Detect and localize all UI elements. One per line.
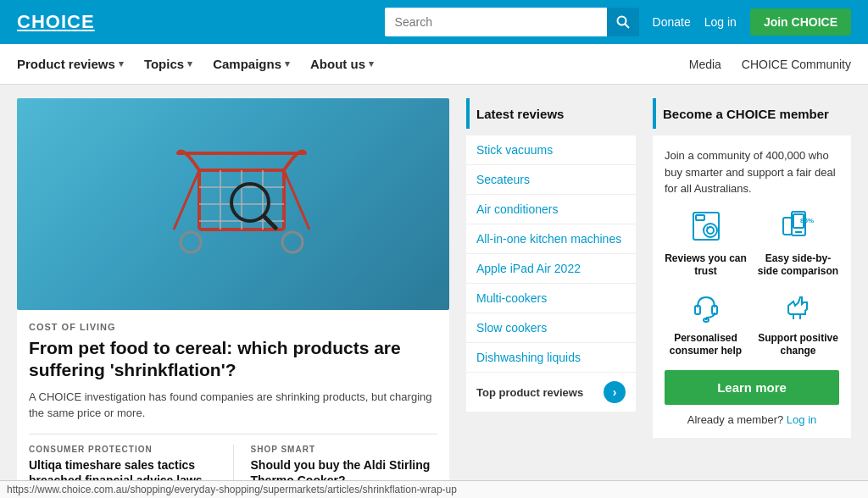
svg-line-15 <box>264 217 275 228</box>
main-content: COST OF LIVING From pet food to cereal: … <box>0 85 868 498</box>
nav-community[interactable]: CHOICE Community <box>742 58 851 71</box>
sec-nav-left: Product reviews ▾ Topics ▾ Campaigns ▾ A… <box>17 57 374 71</box>
donate-link[interactable]: Donate <box>653 15 691 29</box>
login-link[interactable]: Log in <box>704 15 737 29</box>
become-member-title: Become a CHOICE member <box>663 107 829 121</box>
nav-media[interactable]: Media <box>689 58 721 71</box>
top-nav-links: Donate Log in Join CHOICE <box>653 8 851 36</box>
chevron-down-icon: ▾ <box>119 58 124 69</box>
article-description: A CHOICE investigation has found compani… <box>29 389 437 422</box>
nav-campaigns[interactable]: Campaigns ▾ <box>213 57 290 71</box>
review-item[interactable]: Slow cookers <box>466 313 636 343</box>
top-navigation: CHOICE Donate Log in Join CHOICE <box>0 0 868 44</box>
review-item[interactable]: Apple iPad Air 2022 <box>466 254 636 284</box>
sub-article-1-tag: CONSUMER PROTECTION <box>29 445 216 454</box>
svg-point-18 <box>704 224 717 237</box>
chevron-down-icon: ▾ <box>369 58 374 69</box>
feature-help-label: Personalised consumer help <box>665 332 747 358</box>
status-bar: https://www.choice.com.au/shopping/every… <box>0 480 868 498</box>
nav-product-reviews[interactable]: Product reviews ▾ <box>17 57 124 71</box>
review-item[interactable]: Dishwashing liquids <box>466 343 636 373</box>
feature-comparison-label: Easy side-by-side comparison <box>757 252 839 279</box>
right-column: Become a CHOICE member Join a community … <box>653 98 851 498</box>
nav-about-us[interactable]: About us ▾ <box>310 57 374 71</box>
hero-image <box>17 98 449 310</box>
nav-topics[interactable]: Topics ▾ <box>144 57 192 71</box>
latest-reviews-title: Latest reviews <box>476 107 564 121</box>
feature-reviews-label: Reviews you can trust <box>665 252 747 279</box>
svg-point-13 <box>282 232 303 252</box>
review-item[interactable]: Multi-cookers <box>466 284 636 313</box>
arrow-icon: › <box>604 381 626 403</box>
svg-rect-25 <box>783 218 792 235</box>
member-login-link[interactable]: Log in <box>787 413 816 426</box>
review-item[interactable]: Stick vacuums <box>466 136 636 165</box>
left-column: COST OF LIVING From pet food to cereal: … <box>17 98 449 498</box>
learn-more-button[interactable]: Learn more <box>665 370 839 405</box>
chevron-down-icon: ▾ <box>187 58 192 69</box>
feature-change: Support positive change <box>757 289 839 358</box>
washer-icon <box>689 209 723 247</box>
feature-reviews: Reviews you can trust <box>665 209 747 279</box>
top-reviews-row[interactable]: Top product reviews › <box>466 373 636 412</box>
main-article: COST OF LIVING From pet food to cereal: … <box>17 310 449 498</box>
search-button[interactable] <box>607 8 639 36</box>
top-reviews-label: Top product reviews <box>476 386 583 399</box>
svg-point-12 <box>181 232 201 252</box>
blue-accent-bar <box>653 98 656 129</box>
review-item[interactable]: All-in-one kitchen machines <box>466 224 636 254</box>
sec-nav-right: Media CHOICE Community <box>689 58 851 71</box>
reviews-list: Stick vacuums Secateurs Air conditioners… <box>466 136 636 412</box>
status-url: https://www.choice.com.au/shopping/every… <box>7 484 457 495</box>
headset-icon <box>689 289 723 327</box>
blue-accent-bar <box>466 98 470 129</box>
feature-comparison: 85% Easy side-by-side comparison <box>757 209 839 279</box>
already-member-text: Already a member? Log in <box>665 413 839 426</box>
review-item[interactable]: Air conditioners <box>466 195 636 224</box>
search-input[interactable] <box>385 8 607 36</box>
search-icon <box>616 15 630 29</box>
article-title[interactable]: From pet food to cereal: which products … <box>29 337 437 382</box>
svg-line-10 <box>174 170 199 230</box>
chevron-down-icon: ▾ <box>285 58 290 69</box>
svg-rect-17 <box>696 215 704 220</box>
become-member-header: Become a CHOICE member <box>653 98 851 129</box>
search-bar <box>385 8 639 36</box>
join-button[interactable]: Join CHOICE <box>750 8 851 36</box>
latest-reviews-header: Latest reviews <box>466 98 636 129</box>
article-tag: COST OF LIVING <box>29 322 437 332</box>
feature-change-label: Support positive change <box>757 332 839 358</box>
hands-icon <box>782 289 815 327</box>
phone-icon: 85% <box>782 209 815 247</box>
secondary-navigation: Product reviews ▾ Topics ▾ Campaigns ▾ A… <box>0 44 868 85</box>
features-grid: Reviews you can trust 85% Easy side-by-s… <box>665 209 839 358</box>
middle-column: Latest reviews Stick vacuums Secateurs A… <box>466 98 636 498</box>
svg-line-20 <box>707 227 709 229</box>
feature-help: Personalised consumer help <box>665 289 747 358</box>
svg-line-11 <box>284 170 309 230</box>
svg-line-1 <box>625 25 629 29</box>
sub-article-2-tag: SHOP SMART <box>251 445 438 454</box>
review-item[interactable]: Secateurs <box>466 165 636 195</box>
svg-point-0 <box>617 17 626 25</box>
svg-text:85%: 85% <box>800 217 814 224</box>
shopping-cart-illustration <box>148 119 318 289</box>
member-description: Join a community of 400,000 who buy smar… <box>665 147 839 197</box>
choice-logo[interactable]: CHOICE <box>17 11 95 33</box>
member-box: Join a community of 400,000 who buy smar… <box>653 136 851 438</box>
